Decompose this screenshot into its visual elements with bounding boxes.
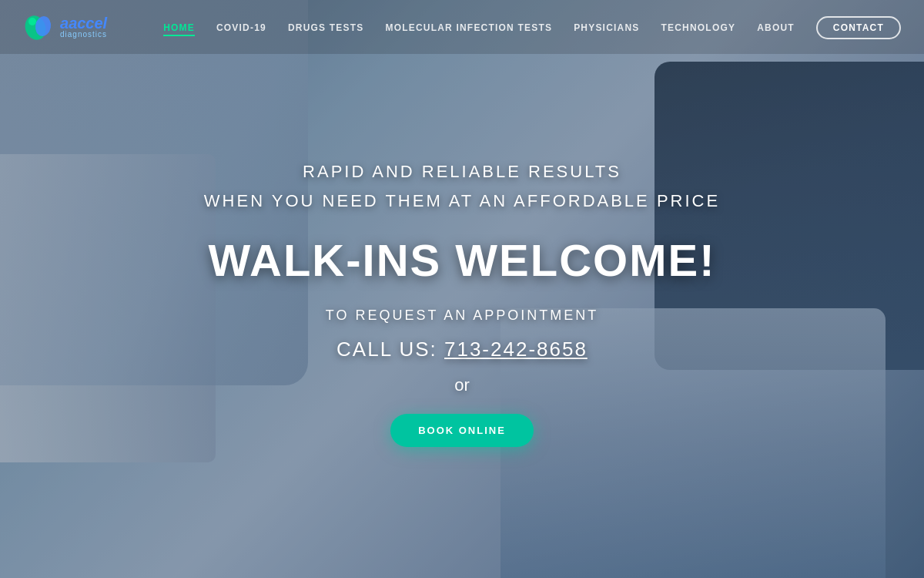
nav-item-technology[interactable]: TECHNOLOGY <box>661 20 735 34</box>
hero-section: aaccel diagnostics HOME COVID-19 DRUGS T… <box>0 0 924 578</box>
logo-link[interactable]: aaccel diagnostics <box>23 11 107 43</box>
logo-name: accel <box>69 15 107 32</box>
nav-item-home[interactable]: HOME <box>163 20 195 34</box>
nav-technology-link[interactable]: TECHNOLOGY <box>661 22 735 33</box>
nav-links: HOME COVID-19 DRUGS TESTS MOLECULAR INFE… <box>163 20 901 34</box>
call-label: CALL US: <box>336 338 437 361</box>
nav-molecular-link[interactable]: MOLECULAR INFECTION TESTS <box>385 22 552 33</box>
logo-text: aaccel diagnostics <box>60 15 107 39</box>
book-online-button[interactable]: BOOK ONLINE <box>390 414 534 447</box>
nav-about-link[interactable]: ABOUT <box>757 22 795 33</box>
nav-physicians-link[interactable]: PHYSICIANS <box>574 22 639 33</box>
svg-point-2 <box>28 18 36 25</box>
nav-item-molecular[interactable]: MOLECULAR INFECTION TESTS <box>385 20 552 34</box>
nav-covid-link[interactable]: COVID-19 <box>216 22 266 33</box>
nav-drugs-link[interactable]: DRUGS TESTS <box>288 22 364 33</box>
nav-item-about[interactable]: ABOUT <box>757 20 795 34</box>
nav-item-drugs[interactable]: DRUGS TESTS <box>288 20 364 34</box>
nav-item-contact[interactable]: CONTACT <box>816 20 901 34</box>
or-text: or <box>204 375 720 395</box>
hero-content: RAPID AND RELIABLE RESULTS WHEN YOU NEED… <box>189 162 735 447</box>
phone-link[interactable]: 713-242-8658 <box>444 338 588 361</box>
call-text: CALL US: 713-242-8658 <box>204 338 720 361</box>
logo-a-char: a <box>60 15 69 32</box>
tagline-2: WHEN YOU NEED THEM AT AN AFFORDABLE PRIC… <box>204 191 720 211</box>
logo-accel: aaccel <box>60 15 107 31</box>
tagline-1: RAPID AND RELIABLE RESULTS <box>204 162 720 182</box>
navbar: aaccel diagnostics HOME COVID-19 DRUGS T… <box>0 0 924 54</box>
logo-icon <box>23 11 55 43</box>
nav-home-link[interactable]: HOME <box>163 22 195 36</box>
nav-item-covid[interactable]: COVID-19 <box>216 20 266 34</box>
appointment-text: TO REQUEST AN APPOINTMENT <box>204 307 720 324</box>
logo-diagnostics: diagnostics <box>60 31 107 39</box>
nav-item-physicians[interactable]: PHYSICIANS <box>574 20 639 34</box>
nav-contact-button[interactable]: CONTACT <box>816 16 901 39</box>
walk-ins-heading: WALK-INS WELCOME! <box>204 234 720 286</box>
